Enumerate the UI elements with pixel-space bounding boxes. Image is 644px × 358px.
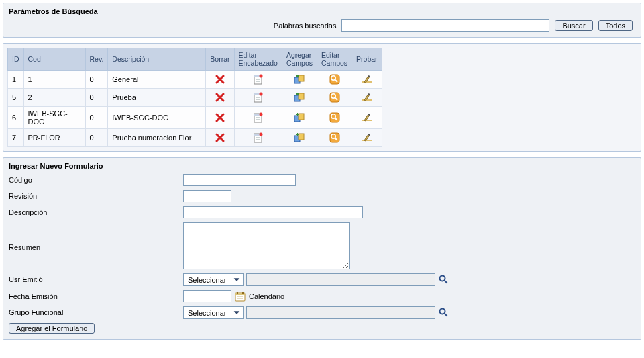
edit-header-icon[interactable] — [252, 73, 264, 85]
cell-rev: 0 — [85, 129, 108, 147]
new-form-title: Ingresar Nuevo Formulario — [9, 162, 635, 170]
cell-rev: 0 — [85, 89, 108, 107]
cell-cod: IWEB-SGC-DOC — [23, 107, 85, 129]
svg-rect-6 — [299, 75, 304, 81]
edit-fields-icon[interactable] — [329, 73, 341, 85]
cell-desc: Prueba numeracion Flor — [108, 129, 206, 147]
add-fields-icon[interactable] — [293, 111, 305, 124]
cell-rev: 0 — [85, 71, 108, 89]
cell-id: 5 — [8, 89, 24, 107]
add-fields-icon[interactable] — [293, 73, 305, 85]
edit-header-icon[interactable] — [252, 91, 264, 103]
delete-icon[interactable] — [214, 91, 226, 103]
add-fields-icon[interactable] — [293, 132, 305, 144]
test-icon[interactable] — [361, 111, 373, 124]
grupo-funcional-select[interactable]: --Seleccionar-- — [183, 306, 244, 319]
descripcion-input[interactable] — [183, 206, 363, 218]
cell-id: 7 — [8, 129, 24, 147]
chevron-down-icon — [232, 275, 241, 285]
svg-point-53 — [440, 308, 445, 314]
calendario-link[interactable]: Calendario — [249, 292, 284, 300]
search-words-label: Palabras buscadas — [274, 21, 337, 30]
delete-icon[interactable] — [214, 111, 226, 124]
chevron-down-icon — [232, 308, 241, 318]
results-grid-panel: ID Cod Rev. Descripción Borrar Editar En… — [3, 43, 641, 152]
usr-emitio-label: Usr Emitió — [9, 273, 183, 283]
add-form-button[interactable]: Agregar el Formulario — [9, 323, 95, 334]
svg-point-26 — [259, 113, 262, 116]
svg-point-44 — [440, 275, 445, 281]
table-row: 7PR-FLOR0Prueba numeracion Flor — [8, 129, 382, 147]
col-rev[interactable]: Rev. — [85, 48, 108, 71]
table-header-row: ID Cod Rev. Descripción Borrar Editar En… — [8, 48, 382, 71]
svg-rect-32 — [362, 120, 372, 121]
svg-line-54 — [445, 314, 447, 316]
grupo-funcional-label: Grupo Funcional — [9, 306, 183, 316]
search-row: Palabras buscadas Buscar Todos — [9, 19, 635, 32]
grupo-funcional-display — [246, 306, 435, 319]
col-probar[interactable]: Probar — [352, 48, 382, 71]
revision-input[interactable] — [183, 190, 231, 202]
search-panel-title: Parámetros de Búsqueda — [9, 7, 635, 15]
svg-rect-43 — [362, 140, 372, 141]
search-button[interactable]: Buscar — [555, 20, 592, 31]
edit-fields-icon[interactable] — [329, 91, 341, 103]
cell-cod: 2 — [23, 89, 85, 107]
col-cod[interactable]: Cod — [23, 48, 85, 71]
search-words-input[interactable] — [341, 19, 549, 32]
fecha-emision-label: Fecha Emisión — [9, 290, 183, 300]
cell-id: 1 — [8, 71, 24, 89]
resumen-label: Resumen — [9, 241, 183, 251]
edit-header-icon[interactable] — [252, 132, 264, 144]
cell-desc: General — [108, 71, 206, 89]
search-parameters-panel: Parámetros de Búsqueda Palabras buscadas… — [3, 3, 641, 38]
delete-icon[interactable] — [214, 73, 226, 85]
codigo-input[interactable] — [183, 174, 296, 186]
svg-rect-50 — [242, 292, 244, 294]
test-icon[interactable] — [361, 73, 373, 85]
edit-fields-icon[interactable] — [329, 132, 341, 144]
svg-line-45 — [445, 281, 447, 283]
cell-cod: 1 — [23, 71, 85, 89]
col-agregar-campos[interactable]: Agregar Campos — [282, 48, 317, 71]
svg-rect-49 — [237, 292, 238, 294]
grupo-funcional-select-value: --Seleccionar-- — [188, 301, 229, 325]
cell-desc: Prueba — [108, 89, 206, 107]
col-editar-campos[interactable]: Editar Campos — [317, 48, 352, 71]
descripcion-label: Descripción — [9, 206, 183, 216]
svg-point-37 — [259, 133, 262, 136]
table-row: 110General — [8, 71, 382, 89]
all-button[interactable]: Todos — [598, 20, 633, 31]
results-table: ID Cod Rev. Descripción Borrar Editar En… — [7, 48, 382, 147]
test-icon[interactable] — [361, 91, 373, 103]
edit-fields-icon[interactable] — [329, 111, 341, 124]
col-borrar[interactable]: Borrar — [206, 48, 234, 71]
usr-emitio-lookup-icon[interactable] — [438, 274, 450, 286]
col-editar-encabezado[interactable]: Editar Encabezado — [234, 48, 282, 71]
revision-label: Revisión — [9, 190, 183, 200]
edit-header-icon[interactable] — [252, 111, 264, 124]
col-id[interactable]: ID — [8, 48, 24, 71]
cell-desc: IWEB-SGC-DOC — [108, 107, 206, 129]
calendar-icon[interactable] — [234, 290, 246, 302]
delete-icon[interactable] — [214, 132, 226, 144]
svg-point-15 — [259, 93, 262, 96]
svg-rect-10 — [362, 81, 372, 83]
svg-point-4 — [259, 75, 262, 78]
cell-rev: 0 — [85, 107, 108, 129]
table-row: 6IWEB-SGC-DOC0IWEB-SGC-DOC — [8, 107, 382, 129]
col-desc[interactable]: Descripción — [108, 48, 206, 71]
svg-rect-17 — [299, 93, 304, 99]
usr-emitio-select-value: --Seleccionar-- — [188, 268, 229, 292]
svg-rect-39 — [299, 134, 304, 140]
usr-emitio-display — [246, 273, 435, 286]
svg-rect-28 — [299, 114, 304, 120]
resumen-textarea[interactable] — [183, 222, 350, 269]
codigo-label: Código — [9, 174, 183, 184]
grupo-funcional-lookup-icon[interactable] — [438, 307, 450, 319]
cell-id: 6 — [8, 107, 24, 129]
test-icon[interactable] — [361, 132, 373, 144]
svg-rect-21 — [362, 99, 372, 101]
usr-emitio-select[interactable]: --Seleccionar-- — [183, 273, 244, 286]
add-fields-icon[interactable] — [293, 91, 305, 103]
